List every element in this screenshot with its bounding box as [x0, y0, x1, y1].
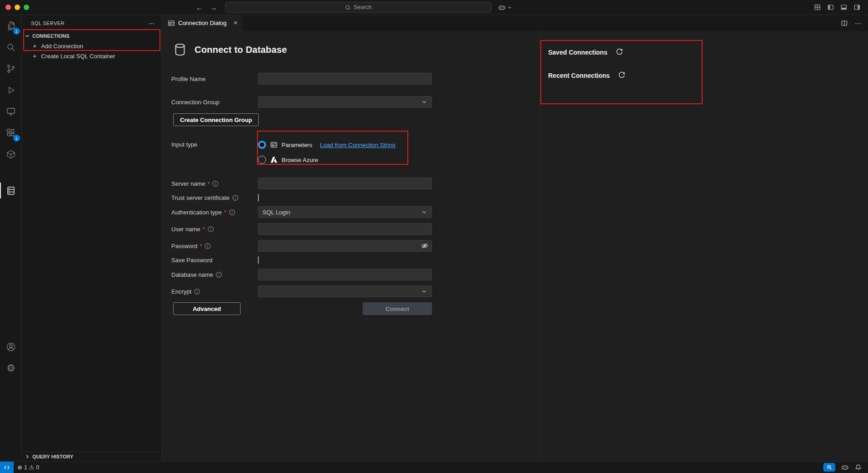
required-asterisk: *	[200, 243, 202, 249]
saved-connections-title: Saved Connections	[548, 49, 607, 56]
toggle-secondary-sidebar-icon[interactable]	[853, 4, 861, 11]
sidebar-item-accounts[interactable]	[0, 336, 22, 357]
connect-button[interactable]: Connect	[363, 302, 432, 315]
sidebar-header: SQL SERVER ⋯	[22, 15, 161, 31]
password-label: Password	[171, 243, 197, 249]
parameters-radio[interactable]	[258, 141, 266, 149]
copilot-icon	[498, 4, 506, 11]
info-icon[interactable]	[229, 209, 236, 216]
sidebar-item-explorer[interactable]: 1	[0, 15, 22, 36]
info-icon[interactable]	[216, 271, 222, 278]
create-local-sql-container-item[interactable]: + Create Local SQL Container	[22, 51, 161, 61]
trust-server-certificate-label: Trust server certificate	[171, 194, 230, 201]
authentication-type-value: SQL Login	[262, 209, 290, 216]
toggle-password-visibility-icon[interactable]	[421, 242, 428, 249]
refresh-icon[interactable]	[616, 48, 623, 56]
sidebar-item-remote-explorer[interactable]	[0, 101, 22, 122]
gear-icon: ⚙	[6, 363, 15, 373]
connections-side-panel: Saved Connections Recent Connections	[539, 31, 868, 461]
plus-icon: +	[31, 52, 38, 60]
server-name-label: Server name	[171, 180, 205, 187]
add-connection-item[interactable]: + Add Connection	[22, 41, 161, 51]
dialog-actions: Advanced Connect	[171, 302, 432, 315]
parameters-option: Parameters Load from Connection String	[258, 139, 395, 151]
info-icon[interactable]	[204, 243, 211, 249]
create-connection-group-button[interactable]: Create Connection Group	[173, 113, 259, 126]
sidebar-item-run-debug[interactable]	[0, 79, 22, 101]
back-icon[interactable]: ←	[196, 4, 203, 11]
save-password-row: Save Password	[171, 257, 539, 264]
close-window-button[interactable]	[5, 5, 11, 10]
browse-azure-radio[interactable]	[258, 156, 266, 164]
info-icon[interactable]	[232, 194, 239, 201]
grid-layout-icon[interactable]	[814, 4, 821, 11]
user-name-input[interactable]	[258, 223, 432, 235]
azure-icon	[270, 156, 277, 163]
error-count: 1	[24, 464, 27, 471]
password-input[interactable]	[258, 240, 432, 252]
info-icon[interactable]	[212, 180, 219, 187]
dialog-heading: Connect to Database	[173, 43, 539, 56]
save-password-checkbox[interactable]	[258, 256, 259, 264]
connection-dialog-tab-icon	[168, 20, 175, 27]
query-history-section-header[interactable]: QUERY HISTORY	[22, 452, 161, 461]
load-from-connection-string-link[interactable]: Load from Connection String	[320, 142, 395, 148]
minimize-window-button[interactable]	[15, 5, 20, 10]
notifications-bell-icon[interactable]	[855, 464, 862, 471]
sidebar-item-search[interactable]	[0, 36, 22, 58]
database-name-input[interactable]	[258, 269, 432, 280]
explorer-badge: 1	[13, 28, 20, 35]
remote-explorer-icon	[5, 106, 16, 117]
user-name-label: User name	[171, 226, 200, 233]
refresh-icon[interactable]	[618, 71, 626, 79]
trust-server-certificate-checkbox[interactable]	[258, 194, 259, 202]
connections-section-header[interactable]: CONNECTIONS	[22, 31, 161, 41]
warning-icon: ⚠	[29, 464, 35, 471]
connection-group-select[interactable]	[258, 96, 432, 108]
info-icon[interactable]	[207, 226, 214, 233]
problems-status[interactable]: ⊗ 1 ⚠ 0	[17, 464, 39, 471]
advanced-button[interactable]: Advanced	[173, 302, 241, 315]
server-name-input[interactable]	[258, 178, 432, 189]
command-center-search[interactable]: Search	[225, 2, 492, 13]
zoom-status-icon[interactable]	[823, 463, 835, 472]
status-bar: ⊗ 1 ⚠ 0	[0, 461, 868, 473]
database-name-label: Database name	[171, 271, 213, 278]
sidebar-item-extensions[interactable]: 1	[0, 122, 22, 143]
split-editor-icon[interactable]	[841, 20, 848, 27]
parameters-table-icon	[270, 141, 277, 148]
authentication-type-select[interactable]: SQL Login	[258, 206, 432, 218]
authentication-type-row: Authentication type * SQL Login	[171, 206, 539, 218]
maximize-window-button[interactable]	[24, 5, 29, 10]
titlebar: ← → Search	[0, 0, 868, 15]
search-placeholder: Search	[354, 4, 372, 10]
editor-more-actions-icon[interactable]: ⋯	[855, 20, 861, 26]
connection-dialog-webview: Connect to Database Profile Name Connect…	[162, 31, 868, 461]
sidebar-more-actions-icon[interactable]: ⋯	[149, 20, 155, 26]
recent-connections-title: Recent Connections	[548, 72, 610, 79]
chevron-down-icon	[421, 209, 427, 215]
sidebar-item-containers[interactable]	[0, 143, 22, 165]
copilot-menu[interactable]	[498, 4, 512, 11]
forward-icon[interactable]: →	[210, 4, 217, 11]
copilot-status-icon[interactable]	[841, 463, 849, 471]
sidebar-item-sql-server[interactable]	[0, 180, 22, 201]
parameters-radio-label: Parameters	[282, 142, 312, 148]
remote-indicator[interactable]	[0, 462, 14, 473]
close-tab-icon[interactable]: ✕	[233, 20, 237, 26]
activity-bar-bottom: ⚙	[0, 336, 22, 379]
encrypt-select[interactable]	[258, 285, 432, 297]
toggle-sidebar-icon[interactable]	[827, 4, 834, 11]
create-local-sql-container-label: Create Local SQL Container	[41, 53, 115, 60]
sidebar-item-settings[interactable]: ⚙	[0, 357, 22, 379]
profile-name-input[interactable]	[258, 73, 432, 85]
warning-count: 0	[36, 464, 39, 471]
add-connection-label: Add Connection	[41, 43, 83, 50]
info-icon[interactable]	[194, 288, 200, 295]
database-icon	[173, 43, 187, 56]
tab-connection-dialog[interactable]: Connection Dialog ✕	[162, 15, 242, 31]
sidebar-item-source-control[interactable]	[0, 58, 22, 79]
profile-name-label: Profile Name	[171, 76, 205, 82]
toggle-panel-icon[interactable]	[840, 4, 847, 11]
encrypt-label: Encrypt	[171, 288, 191, 295]
